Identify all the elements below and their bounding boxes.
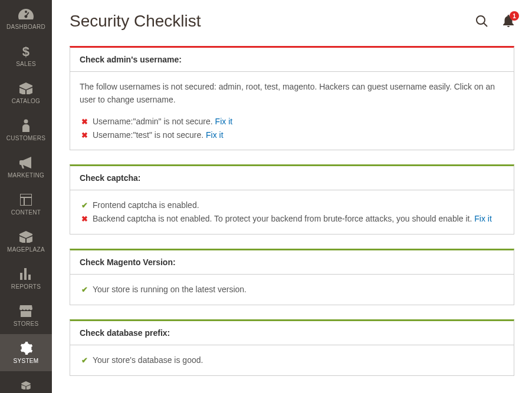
card-title: Check Magento Version:: [70, 250, 514, 275]
search-icon[interactable]: [475, 15, 488, 28]
card-body: The follow usernames is not secured: adm…: [70, 72, 514, 150]
cross-icon: ✖: [80, 116, 89, 128]
svg-rect-7: [28, 275, 31, 280]
sidebar-item-customers[interactable]: CUSTOMERS: [0, 111, 52, 148]
card-body: ✔Your store's database is good.: [70, 345, 514, 375]
card-title: Check admin's username:: [70, 48, 514, 72]
box2-icon: [19, 230, 32, 244]
sidebar-item-system[interactable]: SYSTEM: [0, 334, 52, 371]
card-title: Check captcha:: [70, 166, 514, 190]
svg-text:$: $: [22, 44, 30, 58]
check-text: Username:"test" is not secure. Fix it: [93, 128, 224, 141]
gear-icon: [19, 341, 32, 355]
checklist-card: Check captcha:✔Frontend captcha is enabl…: [70, 164, 514, 235]
header-actions: 1: [475, 15, 514, 28]
sidebar-item-dashboard[interactable]: DASHBOARD: [0, 0, 52, 37]
checklist-card: Check database prefix:✔Your store's data…: [70, 319, 514, 376]
check-line: ✔Your store is running on the latest ver…: [80, 283, 504, 296]
sidebar-item-mageplaza[interactable]: MAGEPLAZA: [0, 223, 52, 260]
check-text: Frontend captcha is enabled.: [93, 199, 199, 212]
layout-icon: [20, 193, 32, 207]
svg-point-8: [477, 16, 485, 24]
check-line: ✖Username:"test" is not secure. Fix it: [80, 128, 504, 142]
check-text: Your store is running on the latest vers…: [93, 283, 247, 296]
sidebar-item-label: CUSTOMERS: [6, 135, 45, 141]
sidebar-item-content[interactable]: CONTENT: [0, 186, 52, 223]
check-text: Backend captcha is not enabled. To prote…: [93, 212, 492, 225]
sidebar-item-label: SALES: [16, 61, 36, 67]
sidebar-item-sales[interactable]: $ SALES: [0, 37, 52, 74]
card-description: The follow usernames is not secured: adm…: [80, 80, 504, 107]
sidebar-item-extra[interactable]: [0, 371, 52, 393]
sidebar-item-reports[interactable]: REPORTS: [0, 260, 52, 297]
check-text: Username:"admin" is not secure. Fix it: [93, 115, 232, 128]
fix-it-link[interactable]: Fix it: [206, 130, 224, 140]
store-icon: [19, 304, 32, 318]
sidebar-item-label: STORES: [14, 321, 39, 327]
svg-line-9: [484, 24, 488, 27]
card-body: ✔Your store is running on the latest ver…: [70, 275, 514, 305]
check-line: ✖Backend captcha is not enabled. To prot…: [80, 212, 504, 226]
main-content: Security Checklist 1 Check admin's usern…: [52, 0, 532, 393]
sidebar-item-label: REPORTS: [11, 283, 41, 290]
sidebar-item-marketing[interactable]: MARKETING: [0, 148, 52, 186]
person-icon: [22, 118, 30, 133]
sidebar-item-label: CATALOG: [12, 98, 40, 104]
box-icon: [19, 81, 32, 95]
check-text: Your store's database is good.: [93, 354, 203, 366]
svg-point-1: [24, 120, 28, 124]
checklist-card: Check Magento Version:✔Your store is run…: [70, 249, 514, 305]
bars-icon: [20, 267, 32, 281]
sidebar-item-stores[interactable]: STORES: [0, 297, 52, 334]
notifications-button[interactable]: 1: [503, 15, 514, 28]
megaphone-icon: [19, 156, 32, 170]
svg-rect-6: [24, 268, 27, 280]
check-line: ✔Frontend captcha is enabled.: [80, 199, 504, 212]
cross-icon: ✖: [80, 130, 89, 142]
box3-icon: [19, 378, 32, 392]
fix-it-link[interactable]: Fix it: [215, 117, 233, 126]
page-title: Security Checklist: [70, 12, 201, 31]
card-body: ✔Frontend captcha is enabled. ✖Backend c…: [70, 190, 514, 234]
check-line: ✖Username:"admin" is not secure. Fix it: [80, 115, 504, 128]
sidebar-item-label: SYSTEM: [14, 358, 39, 364]
sidebar-item-label: DASHBOARD: [6, 24, 45, 30]
dollar-icon: $: [22, 44, 30, 58]
checklist-card: Check admin's username:The follow userna…: [70, 46, 514, 150]
check-icon: ✔: [80, 284, 89, 296]
check-icon: ✔: [80, 200, 89, 212]
sidebar: DASHBOARD $ SALES CATALOG CUSTOMERS MARK…: [0, 0, 52, 393]
sidebar-item-label: CONTENT: [11, 209, 41, 216]
cross-icon: ✖: [80, 213, 89, 226]
svg-rect-5: [20, 273, 22, 280]
sidebar-item-label: MAGEPLAZA: [7, 246, 45, 253]
check-line: ✔Your store's database is good.: [80, 354, 504, 367]
fix-it-link[interactable]: Fix it: [474, 214, 492, 223]
check-icon: ✔: [80, 355, 89, 367]
notification-badge: 1: [510, 11, 519, 21]
svg-rect-2: [20, 194, 32, 206]
sidebar-item-catalog[interactable]: CATALOG: [0, 74, 52, 111]
header: Security Checklist 1: [70, 12, 514, 31]
card-title: Check database prefix:: [70, 321, 514, 345]
gauge-icon: [18, 7, 34, 21]
sidebar-item-label: MARKETING: [8, 172, 44, 179]
